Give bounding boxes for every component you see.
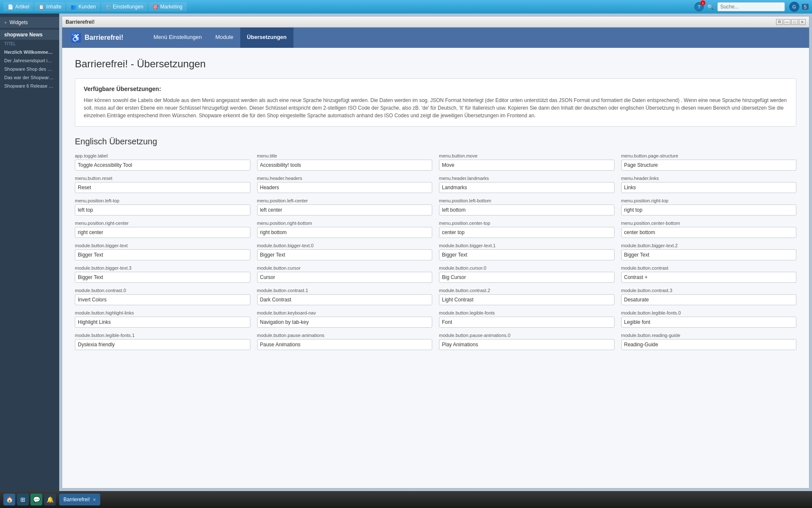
- field-label-6: menu.header.landmarks: [439, 176, 614, 181]
- field-label-25: module.button.contrast.1: [257, 288, 433, 293]
- field-input-3[interactable]: [621, 160, 797, 171]
- sidebar-widgets-toggle[interactable]: + Widgets: [0, 17, 59, 28]
- sidebar-news-4[interactable]: Shopware 6 Release News – da...: [0, 82, 59, 90]
- field-label-23: module.button.contrast: [621, 265, 797, 271]
- field-input-19[interactable]: [621, 249, 797, 260]
- field-label-12: menu.position.right-center: [75, 221, 250, 226]
- taskbar-home-btn[interactable]: 🏠: [3, 494, 15, 505]
- field-input-20[interactable]: [75, 272, 250, 283]
- field-input-21[interactable]: [257, 272, 433, 283]
- sidebar-news-3[interactable]: Das war der Shopware Commu...: [0, 73, 59, 82]
- taskbar-bell-btn[interactable]: 🔔: [44, 494, 56, 505]
- field-label-30: module.button.legible-fonts: [439, 310, 614, 315]
- field-input-29[interactable]: [257, 317, 433, 328]
- field-input-17[interactable]: [257, 249, 433, 260]
- window-maximize-btn[interactable]: □: [791, 19, 798, 25]
- nav-inhalte[interactable]: 📋 Inhalte: [34, 2, 66, 11]
- sidebar-news-1[interactable]: Der Jahresendspurt im E-Comm...: [0, 56, 59, 65]
- field-input-15[interactable]: [621, 227, 797, 238]
- tab-module[interactable]: Module: [208, 28, 240, 48]
- field-input-25[interactable]: [257, 294, 433, 305]
- nav-marketing[interactable]: 🎯 Marketing: [148, 2, 187, 11]
- field-input-5[interactable]: [257, 182, 433, 193]
- field-input-6[interactable]: [439, 182, 614, 193]
- field-input-27[interactable]: [621, 294, 797, 305]
- taskbar-layout-btn[interactable]: ⊞: [17, 494, 29, 505]
- field-label-20: module.button.bigger-text.3: [75, 265, 250, 271]
- field-label-8: menu.position.left-top: [75, 198, 250, 203]
- field-input-31[interactable]: [621, 317, 797, 328]
- plugin-header: ♿ Barrierefrei! Menü Einstellungen Modul…: [62, 28, 809, 48]
- field-input-14[interactable]: [439, 227, 614, 238]
- field-input-1[interactable]: [257, 160, 433, 171]
- search-icon: 🔍: [707, 4, 714, 10]
- field-label-11: menu.position.right-top: [621, 198, 797, 203]
- field-group-16: module.button.bigger-text: [75, 243, 250, 260]
- field-group-12: menu.position.right-center: [75, 221, 250, 238]
- window-minimize-btn[interactable]: —: [784, 19, 790, 25]
- taskbar-chat-btn[interactable]: 💬: [30, 494, 42, 505]
- field-label-2: menu.button.move: [439, 153, 614, 158]
- field-input-10[interactable]: [439, 204, 614, 215]
- field-input-24[interactable]: [75, 294, 250, 305]
- field-input-32[interactable]: [75, 339, 250, 350]
- search-input[interactable]: [717, 2, 785, 11]
- home-icon: 🏠: [6, 496, 13, 503]
- taskbar-app-close[interactable]: ✕: [93, 497, 96, 502]
- field-group-33: module.button.pause-animations: [257, 333, 433, 350]
- field-label-5: menu.header.headers: [257, 176, 433, 181]
- layout-icon: ⊞: [20, 496, 25, 503]
- notification-button[interactable]: ? 1: [694, 2, 704, 11]
- accessibility-icon: ♿: [71, 33, 81, 43]
- plus-icon: +: [4, 20, 7, 25]
- field-label-31: module.button.legible-fonts.0: [621, 310, 797, 315]
- field-group-25: module.button.contrast.1: [257, 288, 433, 305]
- field-group-21: module.button.cursor: [257, 265, 433, 283]
- field-input-11[interactable]: [621, 204, 797, 215]
- field-input-4[interactable]: [75, 182, 250, 193]
- field-input-12[interactable]: [75, 227, 250, 238]
- field-label-33: module.button.pause-animations: [257, 333, 433, 338]
- field-label-26: module.button.contrast.2: [439, 288, 614, 293]
- nav-artikel[interactable]: 📄 Artikel: [3, 2, 33, 11]
- field-label-4: menu.button.reset: [75, 176, 250, 181]
- tab-menu-einstellungen[interactable]: Menü Einstellungen: [147, 28, 208, 48]
- plugin-logo: ♿ Barrierefrei!: [62, 33, 147, 43]
- sidebar-news-section: shopware News Titel Herzlich Willkommen,…: [0, 28, 59, 92]
- field-input-13[interactable]: [257, 227, 433, 238]
- nav-kunden[interactable]: 👥 Kunden: [66, 2, 100, 11]
- field-input-8[interactable]: [75, 204, 250, 215]
- field-group-8: menu.position.left-top: [75, 198, 250, 215]
- field-label-18: module.button.bigger-text.1: [439, 243, 614, 248]
- field-input-9[interactable]: [257, 204, 433, 215]
- field-input-34[interactable]: [439, 339, 614, 350]
- field-group-26: module.button.contrast.2: [439, 288, 614, 305]
- nav-einstellungen[interactable]: ⚙️ Einstellungen: [101, 2, 148, 11]
- field-input-26[interactable]: [439, 294, 614, 305]
- shopware-logo: G: [789, 2, 799, 12]
- field-input-22[interactable]: [439, 272, 614, 283]
- window-close-btn[interactable]: ✕: [799, 19, 806, 25]
- field-input-28[interactable]: [75, 317, 250, 328]
- field-input-18[interactable]: [439, 249, 614, 260]
- field-group-23: module.button.contrast: [621, 265, 797, 283]
- field-group-35: module.button.reading-guide: [621, 333, 797, 350]
- field-input-35[interactable]: [621, 339, 797, 350]
- window-restore-btn[interactable]: ⧉: [776, 19, 783, 25]
- field-input-30[interactable]: [439, 317, 614, 328]
- field-input-7[interactable]: [621, 182, 797, 193]
- sidebar-news-0[interactable]: Herzlich Willkommen, Kathleen: [0, 48, 59, 56]
- taskbar-barrierefrei-app[interactable]: Barrierefrei! ✕: [59, 494, 100, 505]
- field-input-16[interactable]: [75, 249, 250, 260]
- sidebar-news-2[interactable]: Shopware Shop des Monats Se...: [0, 65, 59, 73]
- field-group-28: module.button.highlight-links: [75, 310, 250, 328]
- field-input-23[interactable]: [621, 272, 797, 283]
- field-group-9: menu.position.left-center: [257, 198, 433, 215]
- field-input-2[interactable]: [439, 160, 614, 171]
- field-input-0[interactable]: [75, 160, 250, 171]
- field-group-34: module.button.pause-animations.0: [439, 333, 614, 350]
- plugin-nav: Menü Einstellungen Module Übersetzungen: [147, 28, 294, 48]
- info-box-title: Verfügbare Übersetzungen:: [84, 86, 787, 92]
- field-input-33[interactable]: [257, 339, 433, 350]
- tab-uebersetzungen[interactable]: Übersetzungen: [240, 28, 294, 48]
